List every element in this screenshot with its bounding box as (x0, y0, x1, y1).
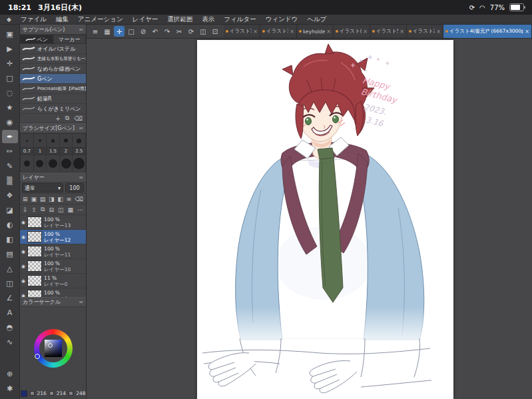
subtool-item[interactable]: 鉛筆R (20, 94, 86, 104)
subtool-tab-pen[interactable]: ペン (20, 35, 53, 44)
text-tool[interactable]: A (2, 306, 18, 319)
combine-icon[interactable]: ≡ (67, 196, 72, 202)
fullscreen-icon[interactable]: ⊡ (210, 26, 220, 37)
flip-view-icon[interactable]: ◫ (198, 26, 208, 37)
subtool-item[interactable]: なめらか線画ペン (20, 64, 86, 74)
delete-layer-icon[interactable]: ⌫ (75, 196, 83, 202)
eyedropper-tool[interactable]: ◉ (2, 115, 18, 129)
menu-file[interactable]: ファイル (21, 15, 47, 24)
line-correction-tool[interactable]: ∿ (2, 335, 18, 348)
duplicate-subtool-icon[interactable]: ⧉ (65, 115, 69, 122)
eraser-tool[interactable]: ◪ (2, 203, 18, 216)
new-layer-icon[interactable]: ⊞ (23, 196, 28, 202)
panel-menu-icon[interactable]: ≡ (79, 27, 83, 33)
close-tab-icon[interactable]: × (399, 29, 404, 35)
document-tab[interactable]: イラスト(復元* × (334, 25, 370, 38)
canvas-settings-icon[interactable]: ▦ (102, 26, 113, 37)
brush-size-cell[interactable] (73, 155, 85, 172)
duplicate-layer-icon[interactable]: ⧉ (41, 206, 45, 213)
airbrush-tool[interactable]: ▒ (2, 174, 18, 187)
menu-window[interactable]: ウィンドウ (266, 15, 298, 24)
current-color-swatch[interactable] (21, 390, 27, 397)
menu-view[interactable]: 表示 (202, 15, 214, 24)
menu-layer[interactable]: レイヤー (133, 15, 158, 24)
redo-icon[interactable]: ↷ (162, 26, 172, 37)
balloon-tool[interactable]: ◓ (2, 320, 18, 334)
subtool-item[interactable]: Procreate鉛筆【iPad用】 (20, 84, 86, 94)
app-settings-icon[interactable]: ✱ (2, 382, 18, 395)
brush-tool[interactable]: ✎ (2, 159, 18, 173)
palette-dock-icon[interactable]: ▣ (2, 27, 18, 41)
figure-tool[interactable]: △ (2, 262, 18, 275)
close-tab-icon[interactable]: × (363, 29, 368, 35)
gradient-tool[interactable]: ▤ (2, 247, 18, 260)
panel-menu-icon[interactable]: ≡ (79, 125, 83, 131)
blend-tool[interactable]: ◐ (2, 218, 18, 231)
operation-mode-icon[interactable]: ✛ (114, 26, 125, 37)
layer-row[interactable]: ◉ 11 %レイヤー0 (20, 274, 86, 288)
panel-menu-icon[interactable]: ≡ (79, 175, 83, 181)
new-folder-icon[interactable]: ▣ (31, 196, 37, 202)
menu-animation[interactable]: アニメーション (78, 15, 123, 24)
document-tab[interactable]: イラスト5(復* × (370, 25, 407, 38)
layer-visible-eye-icon[interactable]: ◉ (21, 278, 25, 284)
menu-edit[interactable]: 編集 (56, 15, 69, 24)
close-tab-icon[interactable]: × (290, 29, 294, 35)
auto-select-tool[interactable]: ★ (2, 101, 18, 114)
menu-filter[interactable]: フィルター (224, 15, 256, 24)
add-subtool-icon[interactable]: + (55, 115, 61, 122)
document-tab[interactable]: keyholder.psd@* × (297, 25, 334, 38)
paper-layer-icon[interactable]: ▤ (40, 196, 46, 202)
layer-visible-eye-icon[interactable]: ◉ (21, 264, 25, 269)
subtool-item[interactable]: オイルパステル (20, 44, 86, 54)
color-wheel[interactable] (34, 329, 73, 368)
menu-selection[interactable]: 選択範囲 (167, 15, 192, 24)
brush-size-cell[interactable] (73, 134, 85, 147)
close-tab-icon[interactable]: × (326, 29, 331, 35)
layer-visible-eye-icon[interactable]: ◉ (21, 234, 25, 240)
subtool-item[interactable]: らくがきミリペン (20, 104, 86, 114)
layer-row[interactable]: ◉ 100 %レイヤー11 (20, 244, 86, 259)
selection-launcher-icon[interactable]: □ (126, 26, 136, 37)
menu-help[interactable]: ヘルプ (307, 15, 326, 24)
subtool-tab-marker[interactable]: マーカー (53, 35, 87, 44)
document-tab[interactable]: イラスト3(復元* × (260, 25, 297, 38)
layer-row-selected[interactable]: ◉ 100 %レイヤー12 (20, 230, 86, 244)
close-tab-icon[interactable]: × (525, 29, 529, 35)
marquee-select-tool[interactable]: □ (2, 71, 18, 85)
fill-layer-icon[interactable]: ◧ (57, 196, 63, 202)
delete-subtool-icon[interactable]: ⌫ (74, 115, 83, 122)
brush-size-cell[interactable] (34, 155, 47, 172)
pen-tool[interactable]: ✒ (2, 130, 18, 143)
layer-visible-eye-icon[interactable]: ◉ (21, 249, 25, 254)
grid-icon[interactable]: ▦ (67, 206, 73, 213)
subtool-item[interactable]: 主線も水彩も厚塗りも一本でペン (20, 54, 86, 64)
screen-zoom-icon[interactable]: ⊕ (2, 367, 18, 380)
rotate-reset-icon[interactable]: ⟳ (186, 26, 196, 37)
cut-icon[interactable]: ✂ (174, 26, 184, 37)
deselect-icon[interactable]: ⊘ (138, 26, 148, 37)
document-tab[interactable]: イラスト2(復* × (407, 25, 443, 38)
brush-size-cell[interactable] (21, 155, 33, 172)
remove-icon[interactable]: ⊟ (49, 206, 54, 213)
brush-size-cell[interactable] (47, 155, 59, 172)
frame-border-tool[interactable]: ◫ (2, 276, 18, 290)
layer-row[interactable]: ◉ 100 %レイヤー9 (20, 288, 86, 297)
transfer-down-icon[interactable]: ⇩ (23, 206, 28, 213)
more-icon[interactable]: ⋯ (77, 206, 83, 213)
brush-size-cell[interactable] (34, 134, 47, 147)
close-tab-icon[interactable]: × (253, 29, 258, 35)
brush-size-cell[interactable] (47, 134, 59, 147)
document-tab[interactable]: イラスト7(復元* × (224, 25, 260, 38)
brush-size-cell[interactable] (21, 134, 33, 147)
lasso-select-tool[interactable]: ◌ (2, 86, 18, 99)
saturation-value-square[interactable] (45, 340, 62, 357)
subtool-item-selected[interactable]: Gペン (20, 74, 86, 84)
decoration-tool[interactable]: ❖ (2, 189, 18, 202)
panel-menu-icon[interactable]: ≡ (79, 299, 83, 305)
layer-visible-eye-icon[interactable]: ◉ (21, 220, 25, 225)
brush-size-cell[interactable] (60, 155, 73, 172)
merge-up-icon[interactable]: ⇧ (32, 206, 37, 213)
blend-mode-select[interactable]: 通常 ▾ (22, 183, 63, 193)
layer-opacity-field[interactable]: 100 (65, 183, 84, 193)
